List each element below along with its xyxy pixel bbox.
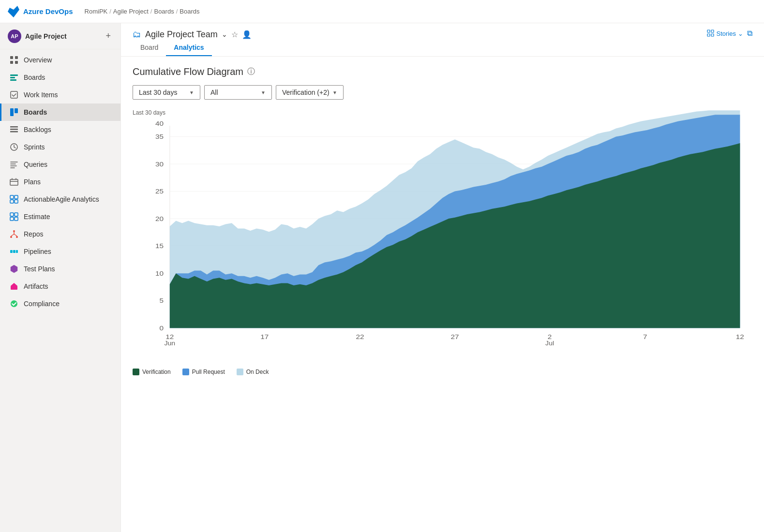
sidebar-item-actionable-agile[interactable]: ActionableAgile Analytics [0, 191, 120, 208]
team-icon: 🗂 [133, 30, 141, 40]
svg-rect-12 [10, 131, 18, 133]
svg-rect-16 [15, 195, 18, 199]
svg-text:2: 2 [548, 333, 552, 340]
svg-rect-8 [10, 108, 14, 116]
sidebar-item-compliance[interactable]: Compliance [0, 295, 120, 312]
sidebar-item-actionable-agile-label: ActionableAgile Analytics [24, 195, 99, 203]
chart-container: Last 30 days 0 5 10 [133, 109, 752, 361]
breadcrumb-item-3[interactable]: Boards [154, 8, 174, 15]
test-plans-icon [9, 264, 19, 274]
chart-legend: Verification Pull Request On Deck [133, 365, 752, 375]
svg-point-24 [10, 236, 12, 238]
breadcrumb-item-4[interactable]: Boards [180, 8, 199, 15]
sidebar-nav: Overview Boards [0, 49, 120, 314]
svg-rect-15 [10, 195, 14, 199]
sidebar-item-artifacts[interactable]: Artifacts [0, 278, 120, 295]
svg-text:27: 27 [451, 333, 459, 340]
sidebar-item-queries[interactable]: Queries [0, 156, 120, 173]
stories-label: Stories [717, 30, 736, 37]
sidebar-item-compliance-label: Compliance [24, 300, 60, 308]
cumulative-flow-chart: 0 5 10 15 20 25 30 35 40 12 Jun 17 22 27 [133, 109, 752, 361]
sidebar-item-overview[interactable]: Overview [0, 51, 120, 69]
sidebar: AP Agile Project + Overview [0, 23, 121, 532]
team-filter-value: All [210, 89, 218, 96]
svg-text:0: 0 [160, 325, 164, 332]
svg-rect-0 [10, 56, 13, 59]
sidebar-item-test-plans[interactable]: Test Plans [0, 260, 120, 278]
artifacts-icon [9, 281, 19, 291]
svg-text:40: 40 [155, 120, 164, 127]
svg-text:10: 10 [155, 269, 164, 277]
stories-chevron-icon: ⌄ [738, 30, 743, 37]
svg-rect-32 [707, 34, 710, 36]
sidebar-item-work-items-label: Work Items [24, 91, 58, 99]
app-logo[interactable]: Azure DevOps [8, 6, 73, 17]
sidebar-item-backlogs[interactable]: Backlogs [0, 121, 120, 138]
team-dropdown-icon[interactable]: ⌄ [222, 30, 227, 38]
topbar: Azure DevOps RomiPK / Agile Project / Bo… [0, 0, 764, 23]
sidebar-item-work-items[interactable]: Work Items [0, 86, 120, 103]
svg-rect-11 [10, 129, 18, 130]
svg-rect-19 [10, 213, 14, 216]
svg-rect-14 [10, 179, 18, 185]
sidebar-item-boards-label: Boards [24, 108, 47, 116]
svg-rect-9 [15, 108, 18, 113]
sidebar-item-estimate-label: Estimate [24, 213, 50, 221]
svg-text:20: 20 [155, 215, 164, 222]
content-area: Cumulative Flow Diagram ⓘ Last 30 days ▼… [121, 57, 764, 532]
sidebar-item-plans[interactable]: Plans [0, 173, 120, 191]
breadcrumb-item-2[interactable]: Agile Project [113, 8, 149, 15]
svg-point-23 [13, 230, 15, 232]
sidebar-item-pipelines[interactable]: Pipelines [0, 243, 120, 260]
sidebar-item-boards-section[interactable]: Boards [0, 69, 120, 86]
sidebar-item-pipelines-label: Pipelines [24, 248, 51, 255]
header-right: Stories ⌄ ⧉ [707, 29, 752, 40]
team-filter[interactable]: All ▼ [204, 85, 272, 100]
page-title: Agile Project Team [145, 30, 218, 40]
work-items-icon [9, 90, 19, 100]
swimlane-filter-value: Verification (+2) [282, 89, 330, 96]
team-filter-arrow: ▼ [261, 90, 266, 95]
sidebar-item-sprints[interactable]: Sprints [0, 138, 120, 156]
info-icon[interactable]: ⓘ [247, 67, 255, 77]
add-project-button[interactable]: + [104, 29, 113, 43]
sidebar-item-estimate[interactable]: Estimate [0, 208, 120, 225]
favorite-icon[interactable]: ☆ [231, 30, 238, 39]
compliance-icon [9, 299, 19, 309]
svg-rect-2 [10, 61, 13, 64]
sidebar-item-plans-label: Plans [24, 178, 41, 186]
svg-rect-18 [15, 200, 18, 203]
sidebar-item-repos[interactable]: Repos [0, 225, 120, 243]
backlogs-icon [9, 125, 19, 134]
on-deck-label: On Deck [246, 369, 269, 375]
expand-icon[interactable]: ⧉ [747, 29, 752, 38]
breadcrumb-item-1[interactable]: RomiPK [85, 8, 108, 15]
svg-rect-31 [707, 30, 710, 32]
actionable-agile-icon [9, 194, 19, 204]
app-name: Azure DevOps [23, 7, 73, 15]
tab-analytics[interactable]: Analytics [166, 40, 211, 56]
avatar: AP [8, 30, 21, 43]
sidebar-item-overview-label: Overview [24, 56, 52, 64]
breadcrumb-sep-1: / [109, 8, 111, 15]
sidebar-project: AP Agile Project + [0, 23, 120, 49]
svg-text:30: 30 [155, 160, 164, 167]
svg-rect-3 [15, 61, 18, 64]
tab-board[interactable]: Board [133, 40, 166, 56]
svg-rect-7 [11, 91, 17, 98]
svg-text:17: 17 [260, 333, 269, 340]
svg-point-25 [16, 236, 18, 238]
team-settings-icon[interactable]: 👤 [242, 30, 252, 39]
swimlane-filter[interactable]: Verification (+2) ▼ [276, 85, 344, 100]
time-period-filter[interactable]: Last 30 days ▼ [133, 85, 200, 100]
svg-rect-17 [10, 200, 14, 203]
sidebar-item-sprints-label: Sprints [24, 143, 45, 151]
plans-icon [9, 177, 19, 187]
time-period-arrow: ▼ [189, 90, 194, 95]
svg-rect-4 [10, 74, 18, 76]
boards-icon [9, 107, 19, 117]
tabs: Board Analytics [133, 40, 752, 56]
stories-button[interactable]: Stories ⌄ [707, 30, 743, 37]
breadcrumb: RomiPK / Agile Project / Boards / Boards [85, 8, 200, 15]
sidebar-item-boards[interactable]: Boards [0, 103, 120, 121]
